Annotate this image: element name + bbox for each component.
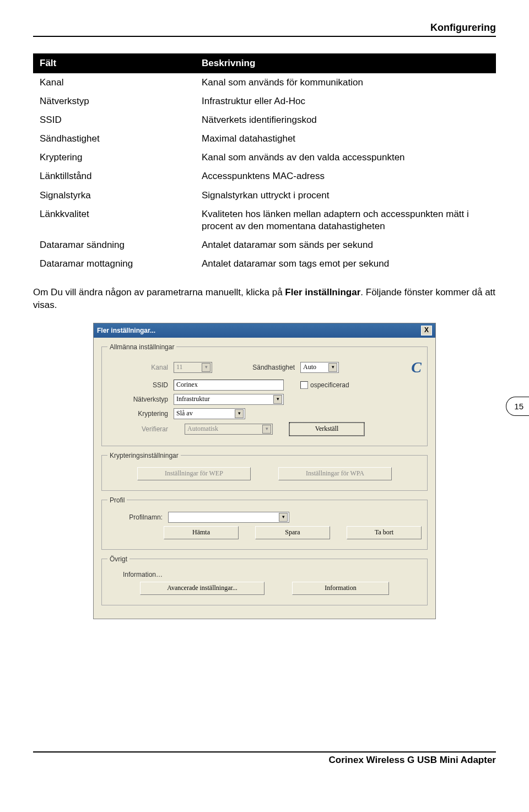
chevron-down-icon: ▾ xyxy=(202,363,210,372)
cell: Kanal som används för kommunikation xyxy=(195,73,496,92)
checkbox-ospecificerad[interactable]: ospecificerad xyxy=(300,381,349,389)
spara-button[interactable]: Spara xyxy=(255,526,330,539)
label-verifierar: Verifierar xyxy=(107,425,174,433)
select-kanal: 11 ▾ xyxy=(174,362,212,373)
cell: Antalet dataramar som tags emot per seku… xyxy=(195,255,496,273)
select-kryptering-value: Slå av xyxy=(176,409,193,418)
chevron-down-icon: ▾ xyxy=(262,425,271,434)
label-information: Information… xyxy=(107,571,168,578)
label-natverkstyp: Nätverkstyp xyxy=(107,396,174,403)
label-sandhastighet: Sändhastighet xyxy=(234,364,300,371)
legend-ovrigt: Övrigt xyxy=(107,555,129,563)
verkstall-button[interactable]: Verkställ xyxy=(289,423,364,436)
chevron-down-icon[interactable]: ▾ xyxy=(273,395,282,404)
checkbox-box-icon[interactable] xyxy=(300,381,308,389)
select-kryptering[interactable]: Slå av ▾ xyxy=(174,408,245,419)
cell: Signalstyrkan uttryckt i procent xyxy=(195,186,496,205)
settings-dialog: Fler inställningar... X Allmänna inställ… xyxy=(93,323,436,619)
select-profilnamn[interactable]: ▾ xyxy=(168,512,289,523)
titlebar: Fler inställningar... X xyxy=(94,323,435,338)
corinex-logo-icon: C xyxy=(411,359,422,376)
wep-button: Inställningar för WEP xyxy=(137,467,251,480)
table-row: KrypteringKanal som används av den valda… xyxy=(33,148,496,167)
cell: Antalet dataramar som sänds per sekund xyxy=(195,236,496,255)
group-general: Allmänna inställningar Kanal 11 ▾ Sändha… xyxy=(101,343,428,446)
divider-top xyxy=(33,36,496,37)
table-row: Dataramar mottagningAntalet dataramar so… xyxy=(33,255,496,273)
cell: Dataramar mottagning xyxy=(33,255,195,273)
cell: Sändhastighet xyxy=(33,129,195,148)
ssid-input[interactable] xyxy=(174,380,284,391)
table-header-field: Fält xyxy=(33,53,195,73)
group-ovrigt: Övrigt Information… Avancerade inställni… xyxy=(101,555,428,605)
divider-bottom xyxy=(33,751,496,753)
legend-profil: Profil xyxy=(107,496,127,504)
body-text: Om Du vill ändra någon av parametrarna m… xyxy=(33,286,496,312)
select-sandhastighet-value: Auto xyxy=(303,363,316,371)
field-description-table: Fält Beskrivning KanalKanal som används … xyxy=(33,53,496,273)
cell: Kryptering xyxy=(33,148,195,167)
cell: Nätverkstyp xyxy=(33,92,195,111)
table-row: SSIDNätverkets identifieringskod xyxy=(33,111,496,129)
label-kanal: Kanal xyxy=(107,364,174,371)
cell: Länktillstånd xyxy=(33,167,195,186)
chevron-down-icon[interactable]: ▾ xyxy=(279,513,288,522)
table-row: Dataramar sändningAntalet dataramar som … xyxy=(33,236,496,255)
group-kryptering: Krypteringsinställningar Inställningar f… xyxy=(101,452,428,491)
chevron-down-icon[interactable]: ▾ xyxy=(328,363,337,372)
page-number: 15 xyxy=(506,397,529,416)
label-ssid: SSID xyxy=(107,381,174,389)
close-icon[interactable]: X xyxy=(421,326,432,335)
cell: Nätverkets identifieringskod xyxy=(195,111,496,129)
label-profilnamn: Profilnamn: xyxy=(107,513,168,521)
body-pre: Om Du vill ändra någon av parametrarna m… xyxy=(33,287,285,297)
cell: Länkkvalitet xyxy=(33,205,195,236)
select-natverkstyp-value: Infrastruktur xyxy=(176,395,210,403)
wpa-button: Inställningar för WPA xyxy=(278,467,392,480)
tabort-button[interactable]: Ta bort xyxy=(347,526,422,539)
footer: Corinex Wireless G USB Mini Adapter xyxy=(33,751,496,766)
cell: Accesspunktens MAC-adress xyxy=(195,167,496,186)
select-verifierar: Automatisk ▾ xyxy=(185,424,273,435)
legend-kryptering: Krypteringsinställningar xyxy=(107,452,181,459)
table-row: LänkkvalitetKvaliteten hos länken mellan… xyxy=(33,205,496,236)
cell: Dataramar sändning xyxy=(33,236,195,255)
cell: Kanal som används av den valda accesspun… xyxy=(195,148,496,167)
cell: Kvaliteten hos länken mellan adaptern oc… xyxy=(195,205,496,236)
cell: Signalstyrka xyxy=(33,186,195,205)
advanced-button[interactable]: Avancerade inställningar... xyxy=(140,582,264,595)
table-row: LänktillståndAccesspunktens MAC-adress xyxy=(33,167,496,186)
table-header-desc: Beskrivning xyxy=(195,53,496,73)
cell: Kanal xyxy=(33,73,195,92)
label-kryptering: Kryptering xyxy=(107,410,174,418)
table-row: SignalstyrkaSignalstyrkan uttryckt i pro… xyxy=(33,186,496,205)
chevron-down-icon[interactable]: ▾ xyxy=(235,409,244,418)
table-row: NätverkstypInfrastruktur eller Ad-Hoc xyxy=(33,92,496,111)
cell: Maximal datahastighet xyxy=(195,129,496,148)
section-title: Konfigurering xyxy=(33,22,496,34)
hamta-button[interactable]: Hämta xyxy=(164,526,239,539)
information-button[interactable]: Information xyxy=(292,582,389,595)
table-row: SändhastighetMaximal datahastighet xyxy=(33,129,496,148)
table-row: KanalKanal som används för kommunikation xyxy=(33,73,496,92)
legend-general: Allmänna inställningar xyxy=(107,343,176,351)
dialog-title: Fler inställningar... xyxy=(97,327,155,334)
checkbox-label: ospecificerad xyxy=(310,381,349,389)
select-sandhastighet[interactable]: Auto ▾ xyxy=(300,362,339,373)
cell: Infrastruktur eller Ad-Hoc xyxy=(195,92,496,111)
select-kanal-value: 11 xyxy=(176,363,183,371)
group-profil: Profil Profilnamn: ▾ Hämta Spara Ta bort xyxy=(101,496,428,550)
body-bold: Fler inställningar xyxy=(285,287,360,297)
footer-text: Corinex Wireless G USB Mini Adapter xyxy=(33,755,496,766)
cell: SSID xyxy=(33,111,195,129)
select-verifierar-value: Automatisk xyxy=(187,425,218,433)
select-natverkstyp[interactable]: Infrastruktur ▾ xyxy=(174,394,284,405)
